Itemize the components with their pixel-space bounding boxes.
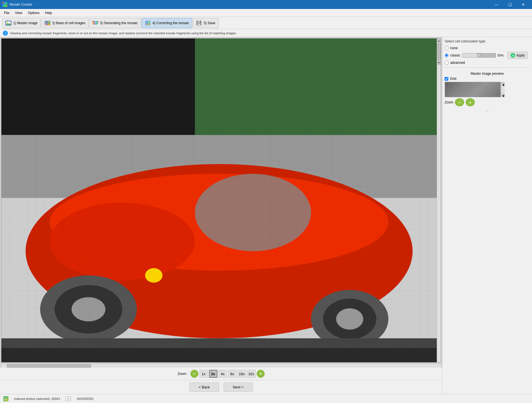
title-bar: Mosaic Creator — ❑ ✕	[0, 0, 532, 9]
radio-none-row: none	[445, 46, 530, 50]
svg-rect-12	[94, 23, 96, 24]
colorization-slider[interactable]	[462, 53, 496, 58]
svg-rect-4	[45, 21, 47, 23]
svg-rect-11	[92, 23, 94, 24]
status-bar: Indexed photos (selected): 32663 (5029/5…	[0, 394, 532, 403]
menu-bar: File View Options Help	[0, 9, 532, 17]
main-content: ▲ ▼ Zoom : − 1x 2x 4x 8x 16x 32x + < Bac…	[0, 37, 532, 394]
canvas-scroll-vertical[interactable]: ▲ ▼	[437, 39, 441, 362]
grid-label[interactable]: Grid	[450, 77, 456, 81]
preview-scroll-down[interactable]: ▼	[502, 94, 504, 97]
toolbar-save[interactable]: 5) Save	[193, 18, 218, 28]
zoom-2x-button[interactable]: 2x	[209, 370, 217, 378]
scrollbar-h-thumb[interactable]	[7, 364, 91, 368]
status-icon	[3, 396, 8, 401]
zoom-4x-button[interactable]: 4x	[219, 370, 227, 378]
right-zoom-out-button[interactable]: −	[455, 98, 464, 106]
toolbar-gen-mosaic[interactable]: 3) Generating the mosaic	[89, 18, 141, 28]
grid-checkbox[interactable]	[445, 77, 448, 81]
right-zoom-row: Zoom − +	[445, 98, 530, 106]
zoom-8x-button[interactable]: 8x	[228, 370, 237, 378]
restore-button[interactable]: ❑	[503, 0, 516, 9]
svg-rect-45	[4, 397, 6, 399]
radio-advanced[interactable]	[445, 61, 449, 65]
zoom-out-button[interactable]: −	[190, 370, 198, 378]
svg-rect-9	[94, 21, 96, 22]
mosaic-svg	[1, 39, 437, 362]
svg-rect-47	[4, 399, 6, 400]
divider-1	[445, 67, 530, 68]
save-icon	[196, 20, 202, 26]
toolbar-master-image[interactable]: 1) Master image	[2, 18, 41, 28]
zoom-in-button[interactable]: +	[257, 370, 265, 378]
apply-button[interactable]: ➤ Apply	[508, 52, 528, 59]
zoom-32x-button[interactable]: 32x	[247, 370, 256, 378]
zoom-controls: Zoom : − 1x 2x 4x 8x 16x 32x +	[0, 368, 442, 380]
zoom-1x-button[interactable]: 1x	[199, 370, 208, 378]
svg-rect-15	[146, 21, 147, 23]
app-icon	[2, 2, 7, 7]
nav-buttons: < Back Next >	[0, 380, 442, 394]
minimize-button[interactable]: —	[490, 0, 503, 9]
right-panel: Select cell colorization type none class…	[442, 37, 532, 394]
mosaic-canvas-wrapper: ▲ ▼	[1, 38, 441, 363]
toolbar-gen-mosaic-label: 3) Generating the mosaic	[100, 21, 138, 25]
radio-none-label[interactable]: none	[450, 46, 458, 50]
title-bar-left: Mosaic Creator	[2, 2, 32, 7]
spinner-icon	[65, 397, 71, 401]
scroll-up-btn[interactable]: ▲	[437, 39, 441, 43]
info-icon: i	[3, 31, 8, 36]
svg-rect-21	[198, 21, 198, 22]
close-button[interactable]: ✕	[517, 0, 530, 9]
colorization-title: Select cell colorization type	[445, 39, 530, 43]
right-zoom-label: Zoom	[445, 100, 453, 104]
apply-label: Apply	[516, 53, 525, 57]
svg-rect-44	[1, 39, 437, 362]
grid-checkbox-row: Grid	[445, 77, 530, 81]
toolbar-correct-mosaic[interactable]: 4) Correcting the mosaic	[142, 18, 192, 28]
title-bar-controls: — ❑ ✕	[490, 0, 530, 9]
svg-rect-23	[198, 24, 200, 25]
svg-point-3	[7, 22, 8, 23]
toolbar-correct-mosaic-label: 4) Correcting the mosaic	[153, 21, 189, 25]
svg-rect-17	[146, 24, 147, 25]
base-cells-icon	[44, 20, 51, 26]
radio-advanced-row: advanced	[445, 61, 530, 65]
radio-none[interactable]	[445, 46, 449, 50]
preview-scrollbar[interactable]: ▲ ▼	[501, 82, 505, 97]
classic-section: classic 50% ➤ Apply	[445, 52, 530, 59]
svg-rect-7	[48, 23, 50, 25]
master-image-icon	[5, 20, 12, 26]
scroll-thumb-v[interactable]	[437, 43, 441, 60]
canvas-area: ▲ ▼ Zoom : − 1x 2x 4x 8x 16x 32x + < Bac…	[0, 37, 442, 394]
menu-view[interactable]: View	[12, 10, 25, 16]
preview-thumb-inner	[445, 82, 501, 97]
right-zoom-in-button[interactable]: +	[466, 98, 475, 106]
toolbar-base-cells[interactable]: 2) Base of cell images	[41, 18, 88, 28]
radio-classic[interactable]	[445, 53, 449, 57]
svg-rect-20	[197, 21, 200, 23]
apply-icon: ➤	[511, 53, 515, 58]
svg-rect-48	[6, 399, 8, 400]
preview-scroll-up[interactable]: ▲	[502, 82, 504, 85]
menu-help[interactable]: Help	[42, 10, 55, 16]
status-text-2: (5029/5030)	[77, 397, 93, 400]
gen-mosaic-icon	[92, 20, 98, 26]
window-title: Mosaic Creator	[10, 3, 32, 6]
slider-value: 50%	[497, 54, 506, 57]
zoom-16x-button[interactable]: 16x	[238, 370, 246, 378]
preview-thumbnail[interactable]	[445, 82, 501, 97]
toolbar-master-image-label: 1) Master image	[13, 21, 38, 25]
svg-rect-5	[48, 21, 50, 23]
radio-advanced-label[interactable]: advanced	[450, 61, 465, 65]
back-button[interactable]: < Back	[189, 382, 219, 392]
dots-label: ...	[445, 107, 530, 112]
menu-options[interactable]: Options	[25, 10, 42, 16]
svg-rect-16	[148, 21, 150, 23]
scroll-down-btn[interactable]: ▼	[437, 61, 441, 65]
radio-classic-label[interactable]: classic	[450, 53, 460, 57]
mosaic-image-area[interactable]	[1, 39, 437, 362]
menu-file[interactable]: File	[1, 10, 12, 16]
next-button[interactable]: Next >	[224, 382, 253, 392]
horizontal-scrollbar[interactable]	[1, 364, 441, 368]
